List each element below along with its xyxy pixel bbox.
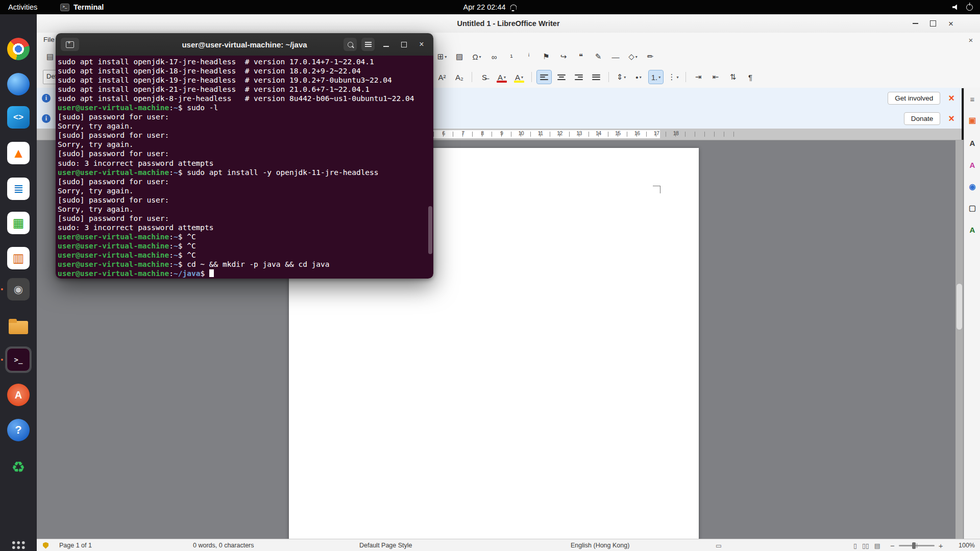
ruler-number: 16 xyxy=(627,131,647,136)
app-menu-button[interactable]: >_ Terminal xyxy=(60,3,104,11)
terminal-scrollbar-thumb[interactable] xyxy=(428,206,432,254)
zoom-percentage[interactable]: 100% xyxy=(959,539,975,551)
terminal-minimize-button[interactable] xyxy=(379,38,393,51)
new-document-icon[interactable]: ▤ xyxy=(43,50,57,63)
styles-icon[interactable]: A xyxy=(966,159,978,171)
highlight-color-icon[interactable]: A▾ xyxy=(512,70,526,84)
dock-item-terminal[interactable]: >_ xyxy=(5,346,32,373)
insert-image-icon[interactable]: ▨ xyxy=(452,50,467,63)
page-count-status[interactable]: Page 1 of 1 xyxy=(59,539,92,551)
selection-mode-icon[interactable]: ▭ xyxy=(716,539,722,551)
dock-item-software[interactable]: A xyxy=(5,382,32,408)
zoom-slider-thumb[interactable] xyxy=(912,542,916,549)
insert-horizontal-line-icon[interactable]: ― xyxy=(608,50,623,63)
dock-item-gimp[interactable]: ◉ xyxy=(5,276,32,303)
terminal-close-button[interactable]: × xyxy=(415,38,428,51)
info-icon: i xyxy=(42,94,51,103)
align-left-icon[interactable] xyxy=(537,70,551,84)
insert-footnote-icon[interactable]: ¹ xyxy=(504,50,519,63)
track-changes-icon[interactable]: ✎ xyxy=(591,50,605,63)
vertical-scrollbar[interactable] xyxy=(955,140,963,539)
get-involved-button[interactable]: Get involved xyxy=(888,92,940,105)
page-style-status[interactable]: Default Page Style xyxy=(359,539,412,551)
language-status[interactable]: English (Hong Kong) xyxy=(571,539,629,551)
dock-item-writer[interactable]: ≣ xyxy=(5,176,32,202)
paragraph-spacing-icon[interactable]: ⇅ xyxy=(726,70,740,84)
insert-table-icon[interactable]: ⊞▾ xyxy=(435,50,449,63)
dock-item-chrome[interactable] xyxy=(5,36,32,62)
sidebar-settings-icon[interactable]: ≡ xyxy=(966,93,978,105)
dock-item-vscode[interactable]: <> xyxy=(5,104,32,131)
dock-item-browser-blue[interactable] xyxy=(5,71,32,97)
dock-item-vlc[interactable]: ▲ xyxy=(5,140,32,166)
dock-item-calc[interactable]: ▦ xyxy=(5,210,32,236)
insert-hyperlink-icon[interactable]: ∞ xyxy=(487,50,501,63)
insert-bookmark-icon[interactable]: ⚑ xyxy=(539,50,553,63)
dock-item-appgrid[interactable] xyxy=(5,534,32,551)
top-bar: Activities >_ Terminal Apr 22 02:44 xyxy=(0,0,980,14)
superscript-icon[interactable]: A² xyxy=(435,70,449,84)
formatting-toolbar-icons: A²A₂S̶A▾A▾⇕▾•▾1.▾⋮▾⇥⇤⇅¶ xyxy=(435,70,757,84)
single-page-view-icon[interactable]: ▯ xyxy=(853,542,857,549)
increase-indent-icon[interactable]: ⇥ xyxy=(691,70,705,84)
outline-list-icon[interactable]: ⋮▾ xyxy=(666,70,680,84)
minimize-button[interactable] xyxy=(909,17,922,30)
infobar-close-icon[interactable]: × xyxy=(948,113,954,123)
formatting-marks-icon[interactable]: ¶ xyxy=(743,70,757,84)
line-spacing-icon[interactable]: ⇕▾ xyxy=(614,70,628,84)
document-close-button[interactable]: × xyxy=(966,35,976,45)
vertical-scrollbar-thumb[interactable] xyxy=(957,284,962,330)
align-justify-icon[interactable] xyxy=(589,70,603,84)
basic-shapes-icon[interactable]: ◇▾ xyxy=(626,50,640,63)
subscript-icon[interactable]: A₂ xyxy=(452,70,467,84)
libreoffice-logo-icon[interactable]: ▣ xyxy=(966,114,978,127)
terminal-line: user@user-virtual-machine:~/java$ xyxy=(58,269,433,278)
insert-special-character-icon[interactable]: Ω▾ xyxy=(470,50,484,63)
zoom-out-button[interactable]: − xyxy=(890,541,895,550)
terminal-body[interactable]: sudo apt install openjdk-17-jre-headless… xyxy=(56,56,433,279)
align-right-icon[interactable] xyxy=(572,70,586,84)
bullet-list-icon[interactable]: •▾ xyxy=(631,70,646,84)
dropdown-arrow-icon: ▾ xyxy=(676,75,678,80)
accessibility-check-icon[interactable]: A xyxy=(966,223,978,236)
dock-item-files[interactable] xyxy=(5,313,32,339)
book-view-icon[interactable]: ▤ xyxy=(874,542,880,549)
terminal-headerbar[interactable]: user@user-virtual-machine: ~/java × xyxy=(56,33,433,56)
show-draw-functions-icon[interactable]: ✏ xyxy=(643,50,657,63)
menu-button[interactable] xyxy=(361,38,375,51)
gallery-icon[interactable]: ◉ xyxy=(966,181,978,193)
multi-page-view-icon[interactable]: ▯▯ xyxy=(862,542,869,549)
insert-cross-reference-icon[interactable]: ↪ xyxy=(556,50,571,63)
activities-button[interactable]: Activities xyxy=(8,3,37,11)
dock-item-impress[interactable]: ▥ xyxy=(5,245,32,271)
terminal-maximize-button[interactable] xyxy=(397,38,410,51)
align-center-icon[interactable] xyxy=(554,70,569,84)
insert-endnote-icon[interactable]: ⁱ xyxy=(522,50,536,63)
maximize-button[interactable] xyxy=(926,17,940,30)
clock-button[interactable]: Apr 22 02:44 xyxy=(463,3,517,11)
ruler-number: 10 xyxy=(511,131,531,136)
terminal-window[interactable]: user@user-virtual-machine: ~/java × sudo… xyxy=(56,33,433,279)
dropdown-arrow-icon: ▾ xyxy=(635,55,638,59)
dock-item-package[interactable]: ♻ xyxy=(5,454,32,480)
zoom-in-button[interactable]: + xyxy=(939,541,943,550)
terminal-icon: >_ xyxy=(7,348,30,371)
zoom-control: − + xyxy=(890,539,943,551)
font-color-icon[interactable]: A▾ xyxy=(495,70,509,84)
system-tray[interactable] xyxy=(952,4,973,11)
close-button[interactable]: × xyxy=(944,17,958,30)
writer-titlebar[interactable]: Untitled 1 - LibreOffice Writer × xyxy=(37,14,980,33)
zoom-slider[interactable] xyxy=(899,545,935,546)
insert-comment-icon[interactable]: ❝ xyxy=(574,50,588,63)
dock-item-help[interactable]: ? xyxy=(5,417,32,443)
properties-icon[interactable]: A xyxy=(966,137,978,149)
strikethrough-icon[interactable]: S̶ xyxy=(477,70,492,84)
decrease-indent-icon[interactable]: ⇤ xyxy=(708,70,723,84)
navigator-icon[interactable]: ▢ xyxy=(966,202,978,214)
infobar-close-icon[interactable]: × xyxy=(948,93,954,103)
numbered-list-icon[interactable]: 1.▾ xyxy=(649,70,663,84)
toolbar-separator xyxy=(531,72,532,82)
donate-button[interactable]: Donate xyxy=(904,112,941,125)
word-count-status[interactable]: 0 words, 0 characters xyxy=(193,539,254,551)
search-button[interactable] xyxy=(344,38,357,51)
